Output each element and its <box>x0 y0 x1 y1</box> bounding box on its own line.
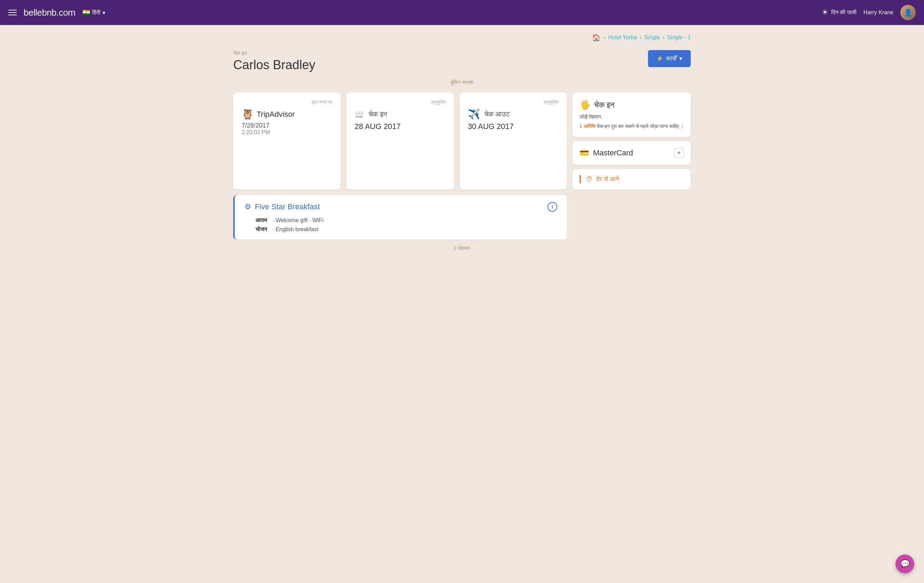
user-avatar[interactable]: 👤 <box>900 5 916 20</box>
checkin-card-label: चेक इन <box>368 110 387 118</box>
guest-name: Carlos Bradley <box>233 58 315 72</box>
source-time: 2:20:02 PM <box>242 129 332 135</box>
checkin-icon-row: 🛎 चेक इन <box>355 109 446 120</box>
bolt-icon: ⚡ <box>656 55 663 62</box>
add-guest-label: जोड़ें मेहमान. <box>579 114 684 120</box>
home-icon[interactable]: 🏠 <box>592 33 601 42</box>
info-icon[interactable]: i <box>548 202 557 212</box>
booking-cards-row: द्वारा बनाए गए 🦉 TripAdvisor 7/28/2017 2… <box>233 92 691 190</box>
package-icon: ⚙ <box>244 202 251 211</box>
comfort-values: · Welcome gift · WiFi <box>272 217 557 223</box>
breadcrumb-room[interactable]: Single - 1 <box>667 35 691 41</box>
right-panel: 🖐 चेक इन जोड़ें मेहमान. 1 अतिथि चेक-इन प… <box>573 92 691 190</box>
payment-panel: 💳 MasterCard + <box>573 141 691 165</box>
source-card: द्वारा बनाए गए 🦉 TripAdvisor 7/28/2017 2… <box>233 92 341 190</box>
actions-chevron: ▾ <box>679 55 682 62</box>
main-header: bellebnb.com 🇮🇳 हिंदी ▾ ☀ दिन की पाली Ha… <box>0 0 924 25</box>
sun-icon: ☀ <box>822 8 828 17</box>
day-shift-toggle[interactable]: ☀ दिन की पाली <box>822 8 856 17</box>
credit-card-icon: 💳 <box>579 149 589 157</box>
stamp-icon: 🖐 <box>579 99 591 110</box>
day-shift-label: दिन की पाली <box>831 9 856 16</box>
late-arrival-panel: ⏱ देर से आने <box>573 169 691 190</box>
mastercard-row: 💳 MasterCard + <box>579 148 684 158</box>
package-title: ⚙ Five Star Breakfast <box>244 202 320 211</box>
checkout-card-label: चेक आउट <box>484 110 510 118</box>
hamburger-menu[interactable] <box>8 10 16 15</box>
booking-summary-title: बुकिंग सारांश <box>233 79 691 86</box>
warning-count: 1 अतिथि <box>579 124 595 129</box>
hotel-icon: 🛎 <box>355 109 364 120</box>
user-name: Harry Krane <box>863 9 893 16</box>
checkout-card: अनुसूचित ✈️ चेक आउट 30 AUG 2017 <box>460 92 567 190</box>
checkin-scheduled-label: अनुसूचित <box>355 99 446 105</box>
comfort-label: आराम <box>256 217 267 223</box>
tripadvisor-icon: 🦉 <box>242 109 254 120</box>
checkin-date: 28 AUG 2017 <box>355 122 446 131</box>
breadcrumb-room-type[interactable]: Single <box>645 35 660 41</box>
language-selector[interactable]: 🇮🇳 हिंदी ▾ <box>82 9 106 17</box>
guests-count-label: 2 मेहमान <box>233 245 691 251</box>
main-content: 🏠 › Hotel Yorba › Single › Single - 1 चे… <box>222 25 702 260</box>
language-label: हिंदी <box>92 9 101 16</box>
flag-icon: 🇮🇳 <box>82 9 90 17</box>
checkin-panel-label: चेक इन <box>594 101 615 109</box>
breadcrumb-hotel[interactable]: Hotel Yorba <box>608 35 637 41</box>
package-details: आराम · Welcome gift · WiFi भोजन · Englis… <box>244 217 557 233</box>
food-label: भोजन <box>256 226 267 233</box>
breadcrumb-sep-2: › <box>640 35 641 41</box>
checkin-panel-title: 🖐 चेक इन <box>579 99 684 110</box>
warning-suffix: चेक-इन पूरा कर सकने से पहले जोड़ा जाना च… <box>597 124 684 129</box>
actions-button[interactable]: ⚡ कार्यों ▾ <box>648 50 691 67</box>
avatar-image: 👤 <box>900 5 916 20</box>
checkout-scheduled-label: अनुसूचित <box>468 99 559 105</box>
header-right: ☀ दिन की पाली Harry Krane 👤 <box>822 5 916 20</box>
late-arrival-label: देर से आने <box>596 175 619 183</box>
checkin-panel: 🖐 चेक इन जोड़ें मेहमान. 1 अतिथि चेक-इन प… <box>573 92 691 137</box>
add-payment-button[interactable]: + <box>674 148 684 158</box>
checkout-icon-row: ✈️ चेक आउट <box>468 109 559 120</box>
breadcrumb-sep-3: › <box>663 35 664 41</box>
warning-text: 1 अतिथि चेक-इन पूरा कर सकने से पहले जोड़… <box>579 123 684 130</box>
brand-logo: bellebnb.com <box>24 7 76 18</box>
check-in-label: चेक इन <box>233 50 315 56</box>
package-header: ⚙ Five Star Breakfast i <box>244 202 557 212</box>
chevron-down-icon: ▾ <box>102 9 106 16</box>
chat-icon: 💬 <box>900 559 910 568</box>
late-arrival-row: ⏱ देर से आने <box>579 175 684 183</box>
chat-button[interactable]: 💬 <box>896 555 914 573</box>
checkout-date: 30 AUG 2017 <box>468 122 559 131</box>
mc-left: 💳 MasterCard <box>579 149 633 157</box>
source-date: 7/28/2017 <box>242 122 332 129</box>
tripadvisor-logo: 🦉 TripAdvisor <box>242 109 332 120</box>
breadcrumb: 🏠 › Hotel Yorba › Single › Single - 1 <box>233 33 691 42</box>
food-values: · English breakfast <box>272 226 557 233</box>
package-name: Five Star Breakfast <box>255 202 320 211</box>
page-header: चेक इन Carlos Bradley ⚡ कार्यों ▾ <box>233 50 691 72</box>
source-name: TripAdvisor <box>257 110 295 119</box>
plane-icon: ✈️ <box>468 109 480 120</box>
checkin-card: अनुसूचित 🛎 चेक इन 28 AUG 2017 <box>346 92 454 190</box>
breadcrumb-sep-1: › <box>604 35 605 41</box>
lower-section: ⚙ Five Star Breakfast i आराम · Welcome g… <box>233 195 691 239</box>
actions-label: कार्यों <box>666 55 676 62</box>
payment-name: MasterCard <box>593 149 633 157</box>
clock-icon: ⏱ <box>586 175 593 183</box>
created-by-label: द्वारा बनाए गए <box>242 99 332 105</box>
package-card: ⚙ Five Star Breakfast i आराम · Welcome g… <box>233 195 567 239</box>
